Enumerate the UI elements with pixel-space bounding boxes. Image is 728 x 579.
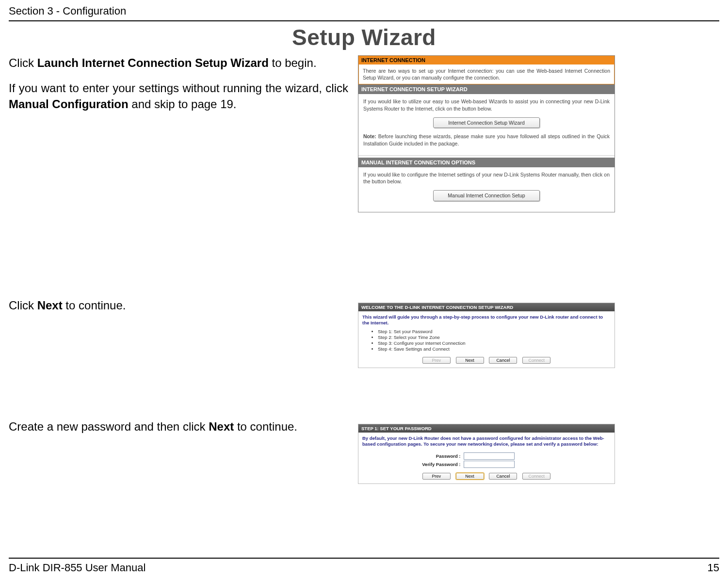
divider <box>358 155 615 156</box>
panel-header-wizard: INTERNET CONNECTION SETUP WIZARD <box>358 84 615 94</box>
text: If you want to enter your settings witho… <box>9 81 348 95</box>
panel-header-internet-connection: INTERNET CONNECTION <box>358 56 615 64</box>
instruction-2: If you want to enter your settings witho… <box>9 80 348 112</box>
manual-internet-connection-setup-button[interactable]: Manual Internet Connection Setup <box>433 190 540 201</box>
next-button[interactable]: Next <box>456 473 484 480</box>
text: If you would like to utilize our easy to… <box>363 98 610 112</box>
list-item: Step 4: Save Settings and Connect <box>378 346 611 352</box>
list-item: Step 3: Configure your Internet Connecti… <box>378 340 611 346</box>
verify-password-field[interactable] <box>464 461 515 468</box>
text: to continue. <box>63 299 126 312</box>
screenshot-wizard-welcome: WELCOME TO THE D-LINK INTERNET CONNECTIO… <box>358 303 615 368</box>
panel-header-welcome: WELCOME TO THE D-LINK INTERNET CONNECTIO… <box>358 303 615 311</box>
note-label: Note: <box>363 133 376 139</box>
note-text: Before launching these wizards, please m… <box>363 133 610 146</box>
cancel-button[interactable]: Cancel <box>489 357 517 364</box>
connect-button: Connect <box>522 473 550 480</box>
panel-header-manual: MANUAL INTERNET CONNECTION OPTIONS <box>358 158 615 167</box>
next-button[interactable]: Next <box>456 357 484 364</box>
list-item: Step 1: Set your Password <box>378 329 611 334</box>
internet-connection-setup-wizard-button[interactable]: Internet Connection Setup Wizard <box>433 117 540 129</box>
wizard-intro-text: This wizard will guide you through a ste… <box>358 311 615 327</box>
verify-password-label: Verify Password : <box>381 462 464 467</box>
connect-button: Connect <box>522 357 550 364</box>
screenshot-set-password: STEP 1: SET YOUR PASSWORD By default, yo… <box>358 424 615 484</box>
screenshot-internet-connection: INTERNET CONNECTION There are two ways t… <box>358 55 615 212</box>
wizard-steps-list: Step 1: Set your Password Step 2: Select… <box>358 327 615 355</box>
panel-body: If you would like to configure the Inter… <box>358 167 615 212</box>
list-item: Step 2: Select your Time Zone <box>378 335 611 340</box>
panel-body: If you would like to utilize our easy to… <box>358 94 615 153</box>
password-label: Password : <box>381 453 464 459</box>
divider-bottom <box>9 558 719 559</box>
prev-button[interactable]: Prev <box>422 473 451 480</box>
page-number: 15 <box>708 562 719 574</box>
text-bold: Next <box>209 420 234 433</box>
instruction-3: Click Next to continue. <box>9 298 348 313</box>
text: If you would like to configure the Inter… <box>363 171 610 185</box>
text: Click <box>9 56 37 69</box>
page-title: Setup Wizard <box>9 24 719 50</box>
text: Click <box>9 299 37 312</box>
section-header: Section 3 - Configuration <box>9 5 719 17</box>
password-field[interactable] <box>464 452 515 460</box>
cancel-button[interactable]: Cancel <box>489 473 517 480</box>
text: Create a new password and then click <box>9 420 209 433</box>
panel-body: There are two ways to set up your Intern… <box>358 64 615 84</box>
text-bold: Next <box>37 299 63 312</box>
divider-top <box>9 20 719 21</box>
instruction-4: Create a new password and then click Nex… <box>9 419 348 434</box>
step1-intro-text: By default, your new D-Link Router does … <box>358 433 615 451</box>
footer-manual-name: D-Link DIR-855 User Manual <box>9 562 146 574</box>
text: to continue. <box>234 420 297 433</box>
text: to begin. <box>269 56 317 69</box>
text: and skip to page 19. <box>129 97 237 111</box>
text-bold: Launch Internet Connection Setup Wizard <box>37 56 269 69</box>
prev-button: Prev <box>422 357 451 364</box>
panel-header-step1: STEP 1: SET YOUR PASSWORD <box>358 424 615 433</box>
instruction-1: Click Launch Internet Connection Setup W… <box>9 55 348 71</box>
text-bold: Manual Configuration <box>9 97 129 111</box>
